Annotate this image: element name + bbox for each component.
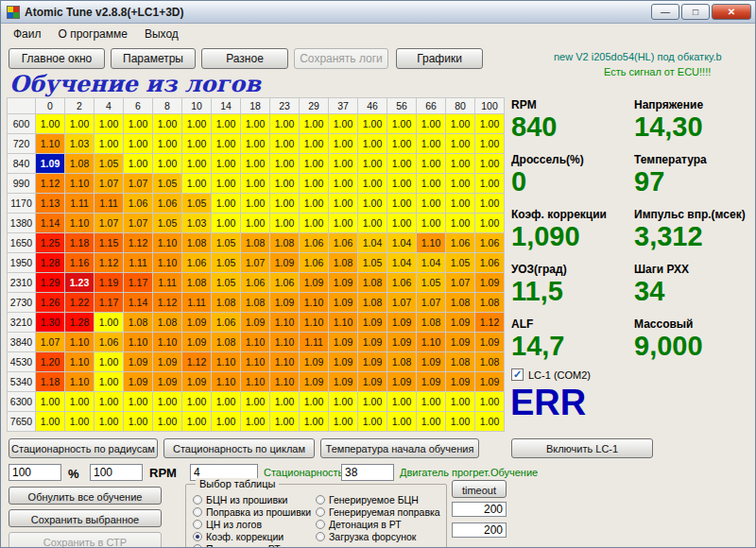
table-cell[interactable]: 1.08 — [153, 313, 182, 333]
table-cell[interactable]: 1.00 — [212, 412, 241, 432]
table-cell[interactable]: 1.00 — [300, 194, 329, 214]
table-cell[interactable]: 1.09 — [329, 273, 358, 293]
title-bar[interactable]: Atomic Tune v2.8.8(+LC1+3D) — □ ✕ — [1, 1, 755, 24]
table-cell[interactable]: 1.03 — [65, 134, 94, 154]
table-cell[interactable]: 1.09 — [270, 293, 300, 313]
table-cell[interactable]: 1.09 — [182, 333, 212, 352]
table-cell[interactable]: 1.13 — [36, 194, 65, 214]
table-cell[interactable]: 1.00 — [300, 154, 329, 174]
table-cell[interactable]: 1.06 — [212, 313, 241, 333]
table-cell[interactable]: 1.06 — [475, 253, 505, 273]
table-cell[interactable]: 1.00 — [475, 214, 505, 233]
table-cell[interactable]: 1.10 — [241, 333, 270, 352]
table-cell[interactable]: 1.11 — [65, 194, 94, 214]
table-cell[interactable]: 1.09 — [182, 372, 212, 392]
table-cell[interactable]: 1.11 — [124, 253, 153, 273]
table-cell[interactable]: 1.00 — [153, 134, 182, 154]
table-cell[interactable]: 1.00 — [182, 412, 212, 432]
table-cell[interactable]: 1.00 — [270, 154, 300, 174]
table-cell[interactable]: 1.09 — [417, 352, 446, 372]
table-cell[interactable]: 1.00 — [417, 392, 446, 412]
table-cell[interactable]: 1.05 — [417, 273, 446, 293]
table-cell[interactable]: 1.00 — [446, 154, 475, 174]
table-cell[interactable]: 1.10 — [36, 134, 65, 154]
menu-exit[interactable]: Выход — [136, 25, 187, 43]
table-cell[interactable]: 1.00 — [387, 134, 417, 154]
table-cell[interactable]: 1.29 — [36, 273, 65, 293]
table-cell[interactable]: 1.06 — [446, 233, 475, 253]
table-cell[interactable]: 1.18 — [36, 372, 65, 392]
table-cell[interactable]: 1.00 — [417, 174, 446, 194]
table-cell[interactable]: 1.12 — [94, 253, 124, 273]
table-cell[interactable]: 1.00 — [358, 174, 387, 194]
table-cell[interactable]: 1.08 — [241, 293, 270, 313]
table-cell[interactable]: 1.07 — [36, 333, 65, 352]
table-cell[interactable]: 1.00 — [417, 412, 446, 432]
table-cell[interactable]: 1.00 — [358, 194, 387, 214]
table-cell[interactable]: 1.00 — [475, 134, 505, 154]
table-cell[interactable]: 1.00 — [387, 194, 417, 214]
table-cell[interactable]: 1.08 — [329, 253, 358, 273]
table-cell[interactable]: 1.07 — [446, 273, 475, 293]
table-cell[interactable]: 1.00 — [124, 392, 153, 412]
table-cell[interactable]: 1.08 — [475, 293, 505, 313]
table-cell[interactable]: 1.17 — [124, 273, 153, 293]
table-cell[interactable]: 1.07 — [124, 174, 153, 194]
table-cell[interactable]: 1.12 — [124, 233, 153, 253]
table-cell[interactable]: 1.07 — [94, 214, 124, 233]
table-cell[interactable]: 1.08 — [182, 233, 212, 253]
table-cell[interactable]: 1.00 — [241, 214, 270, 233]
menu-file[interactable]: Фаил — [5, 25, 50, 43]
table-cell[interactable]: 1.00 — [417, 214, 446, 233]
table-cell[interactable]: 1.00 — [387, 392, 417, 412]
table-cell[interactable]: 1.00 — [358, 134, 387, 154]
table-cell[interactable]: 1.00 — [241, 392, 270, 412]
table-cell[interactable]: 1.00 — [153, 154, 182, 174]
table-cell[interactable]: 1.00 — [300, 174, 329, 194]
table-cell[interactable]: 1.03 — [182, 214, 212, 233]
table-cell[interactable]: 1.00 — [387, 174, 417, 194]
table-cell[interactable]: 1.08 — [358, 273, 387, 293]
table-cell[interactable]: 1.06 — [124, 194, 153, 214]
table-cell[interactable]: 1.10 — [417, 233, 446, 253]
table-cell[interactable]: 1.11 — [300, 333, 329, 352]
table-cell[interactable]: 1.05 — [212, 233, 241, 253]
table-cell[interactable]: 1.05 — [182, 194, 212, 214]
table-cell[interactable]: 1.09 — [124, 352, 153, 372]
table-cell[interactable]: 1.09 — [446, 333, 475, 352]
table-cell[interactable]: 1.09 — [329, 372, 358, 392]
table-cell[interactable]: 1.00 — [182, 392, 212, 412]
table-cell[interactable]: 1.10 — [153, 233, 182, 253]
table-cell[interactable]: 1.06 — [241, 273, 270, 293]
table-cell[interactable]: 1.11 — [153, 273, 182, 293]
table-cell[interactable]: 1.06 — [270, 273, 300, 293]
table-cell[interactable]: 1.00 — [124, 114, 153, 134]
table-cell[interactable]: 1.04 — [417, 253, 446, 273]
table-cell[interactable]: 1.00 — [94, 313, 124, 333]
table-cell[interactable]: 1.15 — [94, 233, 124, 253]
table-cell[interactable]: 1.14 — [36, 214, 65, 233]
table-cell[interactable]: 1.00 — [241, 174, 270, 194]
table-cell[interactable]: 1.00 — [153, 114, 182, 134]
table-cell[interactable]: 1.30 — [36, 313, 65, 333]
table-cell[interactable]: 1.00 — [65, 412, 94, 432]
table-cell[interactable]: 1.00 — [300, 114, 329, 134]
table-cell[interactable]: 1.00 — [329, 154, 358, 174]
table-cell[interactable]: 1.12 — [182, 352, 212, 372]
table-cell[interactable]: 1.08 — [387, 352, 417, 372]
table-cell[interactable]: 1.00 — [475, 392, 505, 412]
table-cell[interactable]: 1.09 — [270, 253, 300, 273]
table-cell[interactable]: 1.00 — [475, 412, 505, 432]
table-cell[interactable]: 1.00 — [94, 134, 124, 154]
table-cell[interactable]: 1.07 — [124, 214, 153, 233]
table-cell[interactable]: 1.00 — [241, 114, 270, 134]
enable-lc1-button[interactable]: Включить LC-1 — [511, 438, 653, 458]
table-cell[interactable]: 1.08 — [182, 273, 212, 293]
table-cell[interactable]: 1.12 — [36, 174, 65, 194]
table-cell[interactable]: 1.09 — [446, 372, 475, 392]
table-cell[interactable]: 1.00 — [300, 412, 329, 432]
table-cell[interactable]: 1.00 — [270, 412, 300, 432]
table-cell[interactable]: 1.08 — [212, 293, 241, 313]
table-cell[interactable]: 1.10 — [270, 352, 300, 372]
radio-option[interactable]: Загрузка форсунок — [316, 531, 440, 542]
